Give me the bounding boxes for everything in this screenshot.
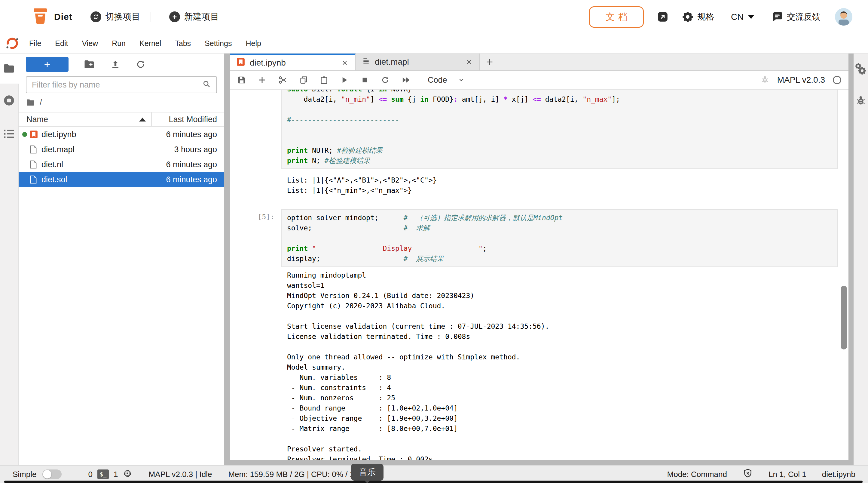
- file-row-diet-nl[interactable]: diet.nl 6 minutes ago: [19, 157, 224, 172]
- running-sessions[interactable]: 0 $_ 1: [88, 468, 132, 480]
- panel-divider: [848, 54, 854, 465]
- file-row-diet-sol[interactable]: diet.sol 6 minutes ago: [19, 172, 224, 187]
- sidebar-tab-running[interactable]: [3, 94, 15, 108]
- mindopt-logo-icon: [5, 36, 19, 50]
- copy-cell-button[interactable]: [299, 76, 308, 85]
- file-row-diet-mapl[interactable]: diet.mapl 3 hours ago: [19, 142, 224, 157]
- cell-prompt: [230, 90, 281, 169]
- close-icon[interactable]: [466, 58, 473, 65]
- menu-tabs[interactable]: Tabs: [168, 39, 198, 48]
- cell-prompt: [5]:: [230, 209, 281, 267]
- menu-run[interactable]: Run: [105, 39, 132, 48]
- cell-input[interactable]: option solver mindopt; # （可选）指定求解用的求解器，默…: [281, 209, 838, 267]
- cell-type-value: Code: [428, 76, 447, 85]
- feedback-label[interactable]: 交流反馈: [787, 11, 820, 23]
- sidebar-tab-toc[interactable]: [3, 129, 15, 140]
- notebook-content[interactable]: subto Diet: forall {i in NUTR} data2[i, …: [230, 90, 848, 460]
- file-row-diet-ipynb[interactable]: diet.ipynb 6 minutes ago: [19, 127, 224, 142]
- menu-help[interactable]: Help: [239, 39, 268, 48]
- cell-output-text: List: |1|{<"A">,<"B1">,<"B2">,<"C">} Lis…: [281, 175, 437, 196]
- switch-project-label: 切换项目: [105, 11, 141, 23]
- close-icon[interactable]: [341, 59, 348, 66]
- restart-run-all-button[interactable]: [401, 76, 411, 85]
- status-bar: Simple 0 $_ 1 MAPL v2.0.3 | Idle Mem: 15…: [0, 465, 868, 483]
- window-bottom-edge: [4, 481, 863, 483]
- debugger-icon[interactable]: [761, 75, 769, 85]
- specs-gear-icon[interactable]: [682, 11, 694, 23]
- property-inspector-icon[interactable]: [855, 62, 867, 76]
- tab-label: diet.mapl: [375, 57, 409, 67]
- save-button[interactable]: [237, 76, 246, 85]
- simple-mode-label: Simple: [12, 470, 36, 479]
- language-selector[interactable]: CN: [731, 12, 754, 22]
- column-header-name[interactable]: Name: [19, 112, 152, 126]
- menu-settings[interactable]: Settings: [198, 39, 239, 48]
- vertical-scrollbar[interactable]: [841, 286, 847, 349]
- stop-kernel-button[interactable]: [360, 76, 369, 85]
- upload-button[interactable]: [111, 60, 120, 69]
- kernel-name[interactable]: MAPL v2.0.3: [777, 75, 825, 85]
- kernel-chip-icon: [123, 468, 132, 480]
- code-cell[interactable]: [5]: option solver mindopt; # （可选）指定求解用的…: [230, 209, 848, 267]
- cell-output-text: Running mindoptampl wantsol=1 MindOpt Ve…: [281, 270, 549, 460]
- cut-cell-button[interactable]: [278, 75, 288, 85]
- file-list-header: Name Last Modified: [19, 112, 224, 127]
- column-header-modified[interactable]: Last Modified: [152, 115, 224, 124]
- file-browser-panel: / Name Last Modified diet.ipynb 6 minute…: [19, 54, 224, 465]
- new-project-button[interactable]: 新建项目: [169, 11, 219, 23]
- tab-diet-ipynb[interactable]: diet.ipynb: [230, 54, 355, 70]
- menu-file[interactable]: File: [22, 39, 48, 48]
- sidebar-tab-files[interactable]: [0, 54, 19, 84]
- menu-edit[interactable]: Edit: [48, 39, 75, 48]
- left-sidebar-rail: [0, 54, 19, 465]
- cursor-position[interactable]: Ln 1, Col 1: [769, 470, 806, 479]
- kernel-status-indicator[interactable]: [833, 76, 841, 84]
- refresh-button[interactable]: [136, 60, 146, 69]
- avatar[interactable]: [835, 8, 852, 26]
- restart-kernel-button[interactable]: [381, 76, 390, 85]
- music-tooltip[interactable]: 音乐: [351, 464, 383, 481]
- cell-input[interactable]: subto Diet: forall {i in NUTR} data2[i, …: [281, 90, 838, 169]
- search-icon: [202, 79, 211, 90]
- specs-label[interactable]: 规格: [697, 11, 714, 23]
- cell-output: List: |1|{<"A">,<"B1">,<"B2">,<"C">} Lis…: [230, 175, 848, 196]
- file-icon: [29, 145, 41, 154]
- filter-files-input[interactable]: [32, 80, 202, 90]
- editor-mode[interactable]: Mode: Command: [667, 470, 727, 479]
- breadcrumb[interactable]: /: [19, 93, 224, 112]
- kernel-status-text[interactable]: MAPL v2.0.3 | Idle: [149, 470, 212, 479]
- top-header-bar: Diet 切换项目 新建项目 文档 规格: [0, 0, 868, 34]
- switch-project-button[interactable]: 切换项目: [90, 11, 141, 23]
- fullscreen-icon[interactable]: [657, 11, 669, 23]
- breadcrumb-root: /: [40, 98, 42, 107]
- folder-icon: [4, 64, 15, 74]
- simple-mode-toggle[interactable]: [42, 470, 62, 479]
- new-tab-button[interactable]: [480, 54, 499, 70]
- menu-bar: File Edit View Run Kernel Tabs Settings …: [0, 34, 868, 54]
- add-cell-button[interactable]: [257, 76, 267, 85]
- panel-divider[interactable]: [224, 54, 230, 465]
- language-value: CN: [731, 12, 744, 22]
- notebook-panel: diet.ipynb diet.mapl: [230, 54, 848, 460]
- debugger-icon[interactable]: [856, 95, 866, 107]
- tab-diet-mapl[interactable]: diet.mapl: [355, 54, 480, 70]
- docs-button[interactable]: 文档: [589, 6, 644, 28]
- tab-label: diet.ipynb: [250, 58, 286, 68]
- trust-shield-icon[interactable]: [743, 468, 753, 481]
- notebook-toolbar: Code MAPL v2.0.3: [230, 71, 848, 90]
- cell-type-dropdown[interactable]: Code: [428, 76, 465, 85]
- kernels-count: 1: [114, 470, 118, 479]
- paste-cell-button[interactable]: [319, 76, 329, 85]
- run-cell-button[interactable]: [340, 76, 349, 85]
- code-cell[interactable]: subto Diet: forall {i in NUTR} data2[i, …: [230, 90, 848, 169]
- current-file-name[interactable]: diet.ipynb: [822, 470, 856, 479]
- new-launcher-button[interactable]: [26, 57, 68, 72]
- menu-view[interactable]: View: [75, 39, 105, 48]
- switch-refresh-icon: [90, 11, 101, 22]
- feedback-chat-icon[interactable]: [771, 11, 783, 23]
- new-folder-button[interactable]: [84, 60, 95, 69]
- chevron-down-icon: [458, 77, 465, 83]
- text-file-icon: [362, 57, 370, 67]
- menu-kernel[interactable]: Kernel: [132, 39, 168, 48]
- plus-circle-icon: [169, 11, 180, 22]
